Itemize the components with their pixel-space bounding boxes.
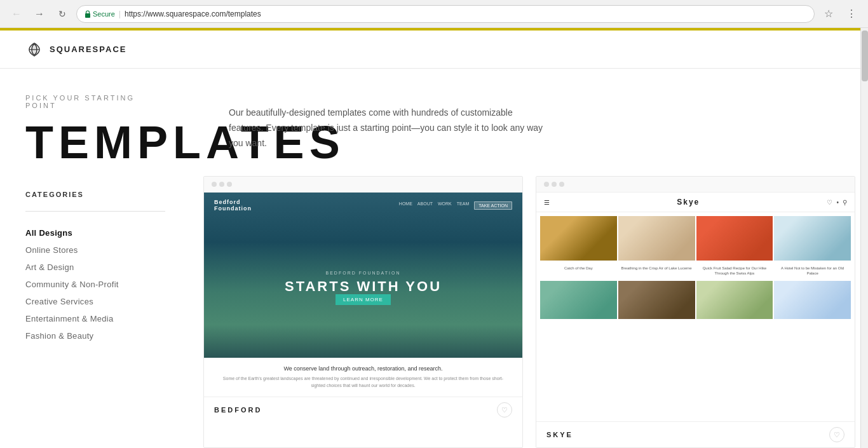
forward-button[interactable]: → (31, 5, 48, 23)
bedford-body-title: We conserve land through outreach, resto… (217, 365, 510, 373)
hero-left: PICK YOUR STARTING POINT TEMPLATES (25, 94, 165, 165)
card-dots-bedford (204, 177, 522, 193)
skye-caption-1: Catch of the Day (540, 264, 617, 278)
bedford-main-text: STARTS WITH YOU (285, 279, 442, 294)
category-item-art-design[interactable]: Art & Design (25, 259, 165, 276)
skye-caption-3: Quick Fruit Salad Recipe for Our Hike Th… (696, 264, 773, 278)
skye-bottom-item-4 (774, 281, 851, 319)
bedford-cta[interactable]: TAKE ACTION (474, 201, 512, 210)
category-item-community[interactable]: Community & Non-Profit (25, 276, 165, 293)
hero-right: Our beautifully-designed templates come … (229, 100, 830, 151)
bookmark-button[interactable]: ☆ (820, 5, 837, 23)
skye-header: ☰ Skye ♡ • ⚲ (536, 193, 855, 212)
bedford-logo: BedfordFoundation (214, 199, 252, 212)
skye-grid-item-1 (540, 216, 617, 261)
skye-grid-item-2 (618, 216, 695, 261)
logo-text: SQUARESPACE (50, 44, 126, 54)
dot-2 (552, 182, 557, 187)
category-item-entertainment[interactable]: Entertainment & Media (25, 310, 165, 327)
category-item-online-stores[interactable]: Online Stores (25, 241, 165, 259)
bedford-nav: BedfordFoundation HOME ABOUT WORK TEAM T… (204, 193, 522, 218)
hero-title: TEMPLATES (25, 119, 165, 165)
logo-icon (25, 41, 43, 58)
secure-badge: Secure (85, 10, 115, 18)
url-display: https://www.squarespace.com/templates (125, 10, 261, 18)
svg-rect-0 (85, 13, 90, 18)
skye-bottom-item-2 (618, 281, 695, 319)
template-name-skye: SKYE (546, 431, 573, 438)
skye-preview: ☰ Skye ♡ • ⚲ (536, 193, 855, 421)
browser-menu-button[interactable]: ⋮ (843, 5, 860, 23)
skye-captions: Catch of the Day Breathing in the Crisp … (536, 264, 855, 281)
card-footer-bedford: BEDFORD ♡ (204, 397, 522, 423)
dot-3 (227, 182, 232, 187)
category-item-creative[interactable]: Creative Services (25, 293, 165, 310)
bedford-preview: BedfordFoundation HOME ABOUT WORK TEAM T… (204, 193, 522, 358)
card-dots-skye (536, 177, 855, 193)
skye-heart-icon: ♡ (827, 199, 832, 206)
skye-bottom-grid (536, 281, 855, 319)
skye-grid-item-4 (774, 216, 851, 261)
hero-subtitle: PICK YOUR STARTING POINT (25, 94, 165, 109)
skye-caption-4: A Hotel Not to be Mistaken for an Old Pa… (774, 264, 851, 278)
sidebar: PICK YOUR STARTING POINT TEMPLATES CATEG… (0, 69, 191, 448)
main-area: Our beautifully-designed templates come … (191, 69, 868, 448)
card-footer-skye: SKYE ♡ (536, 421, 855, 447)
main-layout: PICK YOUR STARTING POINT TEMPLATES CATEG… (0, 69, 868, 448)
template-card-skye: ☰ Skye ♡ • ⚲ (536, 176, 855, 448)
templates-area: BedfordFoundation HOME ABOUT WORK TEAM T… (191, 176, 868, 448)
back-button[interactable]: ← (8, 5, 25, 23)
skye-logo: Skye (677, 198, 700, 207)
template-card-bedford: BedfordFoundation HOME ABOUT WORK TEAM T… (203, 176, 523, 448)
dot-1 (544, 182, 549, 187)
bedford-tagline: BEDFORD FOUNDATION (326, 271, 401, 275)
dot-3 (559, 182, 564, 187)
address-bar[interactable]: Secure | https://www.squarespace.com/tem… (76, 5, 815, 23)
scrollbar[interactable] (860, 28, 868, 448)
skye-action-icons: ♡ • ⚲ (827, 199, 847, 206)
bedford-hero-content: BEDFORD FOUNDATION STARTS WITH YOU LEARN… (204, 218, 522, 358)
skye-photo-grid (536, 212, 855, 264)
page-content: SQUARESPACE PICK YOUR STARTING POINT TEM… (0, 31, 868, 448)
template-name-bedford: BEDFORD (214, 406, 262, 414)
site-header: SQUARESPACE (0, 31, 868, 69)
heart-button-bedford[interactable]: ♡ (497, 402, 512, 417)
hero-section: Our beautifully-designed templates come … (191, 69, 868, 176)
skye-bottom-item-1 (540, 281, 617, 319)
reload-button[interactable]: ↻ (53, 5, 71, 23)
dot-2 (219, 182, 224, 187)
browser-chrome: ← → ↻ Secure | https://www.squarespace.c… (0, 0, 868, 28)
bedford-body-text: Some of the Earth's greatest landscapes … (217, 376, 510, 389)
category-list: All Designs Online Stores Art & Design C… (25, 224, 165, 344)
category-item-all-designs[interactable]: All Designs (25, 224, 165, 241)
logo[interactable]: SQUARESPACE (25, 41, 126, 58)
skye-search-icon: ⚲ (843, 199, 847, 206)
category-item-fashion[interactable]: Fashion & Beauty (25, 327, 165, 344)
hero-description: Our beautifully-designed templates come … (229, 105, 546, 151)
bedford-learn-btn[interactable]: LEARN MORE (336, 294, 391, 305)
heart-button-skye[interactable]: ♡ (829, 427, 844, 442)
bedford-body-section: We conserve land through outreach, resto… (204, 358, 522, 397)
skye-bottom-item-3 (696, 281, 773, 319)
scrollbar-thumb[interactable] (862, 31, 868, 81)
skye-dot-icon: • (836, 199, 839, 206)
category-divider (25, 211, 165, 212)
skye-menu-icon: ☰ (544, 199, 550, 206)
skye-caption-2: Breathing in the Crisp Air of Lake Lucer… (618, 264, 695, 278)
dot-1 (212, 182, 217, 187)
bedford-nav-links: HOME ABOUT WORK TEAM TAKE ACTION (399, 201, 512, 210)
skye-grid-item-3 (696, 216, 773, 261)
categories-label: CATEGORIES (25, 191, 165, 198)
